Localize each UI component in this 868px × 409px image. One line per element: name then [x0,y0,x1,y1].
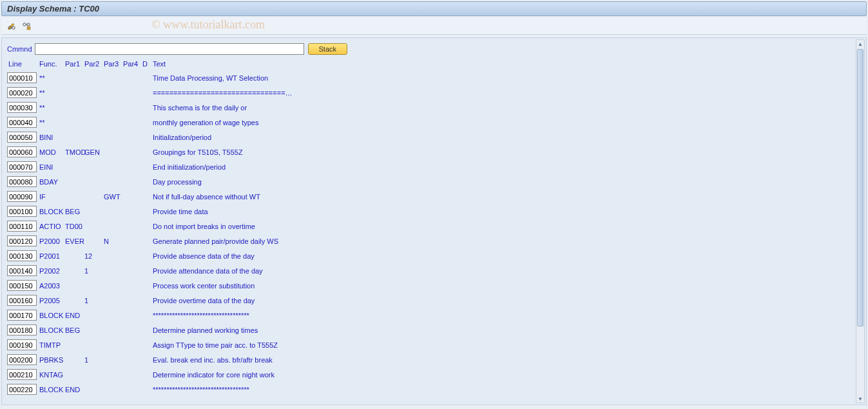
command-input[interactable] [35,43,304,55]
table-row: IFGWTNot if full-day absence without WT [7,189,851,204]
table-row: BLOCKBEGProvide time data [7,204,851,219]
cell-text: Determine planned working times [151,326,258,334]
table-row: BLOCKEND********************************… [7,382,851,397]
table-row: P2000EVERNGenerate planned pair/provide … [7,234,851,248]
cell-func: BDAY [39,178,65,186]
cell-text: ================================… [151,89,293,97]
table-row: **monthly generation of wage types [7,115,851,130]
cell-text: Determine indicator for core night work [151,371,275,379]
cell-par1: BEG [65,208,84,215]
header-par2: Par2 [84,60,104,68]
table-row: MODTMODGENGroupings for T510S, T555Z [7,145,851,159]
line-number-input[interactable] [7,265,37,276]
column-headers: Line Func. Par1 Par2 Par3 Par4 D Text [7,59,851,70]
cell-func: P2001 [39,252,65,260]
cell-func: BLOCK [39,208,65,215]
vertical-scrollbar[interactable]: ▲ ▼ [856,39,865,403]
display-change-icon[interactable] [6,21,17,31]
header-func: Func. [39,60,65,68]
line-number-input[interactable] [7,221,37,232]
cell-func: ** [39,74,65,82]
cell-text: Assign TType to time pair acc. to T555Z [151,341,278,349]
line-number-input[interactable] [7,354,37,365]
cell-func: P2000 [39,237,65,245]
scroll-down-icon[interactable]: ▼ [857,395,863,402]
table-row: BLOCKBEGDetermine planned working times [7,323,851,337]
cell-par1: END [65,386,84,394]
main-content: Cmmnd Stack Line Func. Par1 Par2 Par3 Pa… [1,37,867,405]
cell-text: This schema is for the daily or [151,104,247,112]
cell-text: Initialization/period [151,134,211,141]
cell-func: BLOCK [39,312,65,319]
line-number-input[interactable] [7,339,37,350]
scroll-up-icon[interactable]: ▲ [857,41,863,47]
cell-text: monthly generation of wage types [151,119,259,126]
line-number-input[interactable] [7,72,37,83]
window-title: Display Schema : TC00 [1,1,867,16]
scroll-content: Cmmnd Stack Line Func. Par1 Par2 Par3 Pa… [2,38,856,404]
glasses-lock-icon[interactable] [21,21,32,31]
svg-rect-6 [27,27,30,30]
table-row: **================================… [7,85,851,100]
cell-text: Time Data Processing, WT Selection [151,74,268,82]
command-row: Cmmnd Stack [7,43,851,55]
line-number-input[interactable] [7,117,37,128]
cell-text: Provide time data [151,208,208,215]
cell-par3: GWT [104,193,123,201]
cell-func: BLOCK [39,386,65,394]
cell-text: Eval. break end inc. abs. bfr/aftr break [151,356,273,364]
cell-text: Process work center substitution [151,282,255,290]
table-row: P200112Provide absence data of the day [7,248,851,263]
cell-func: IF [39,193,65,201]
title-text: Display Schema : TC00 [7,4,99,14]
line-number-input[interactable] [7,161,37,172]
cell-text: Provide attendance data of the day [151,267,263,275]
header-par3: Par3 [104,60,123,68]
line-number-input[interactable] [7,384,37,395]
line-number-input[interactable] [7,102,37,113]
stack-button[interactable]: Stack [308,43,348,55]
line-number-input[interactable] [7,250,37,261]
cell-par1: END [65,312,84,319]
cell-func: PBRKS [39,356,65,364]
line-number-input[interactable] [7,280,37,291]
cell-func: ACTIO [39,223,65,230]
svg-point-0 [12,26,15,29]
cell-func: BLOCK [39,326,65,334]
cell-par1: EVER [65,237,84,245]
cell-func: KNTAG [39,371,65,379]
scroll-thumb[interactable] [857,49,863,326]
cell-par2: GEN [84,148,104,156]
table-row: KNTAGDetermine indicator for core night … [7,367,851,382]
line-number-input[interactable] [7,132,37,143]
line-number-input[interactable] [7,235,37,246]
table-row: P20051Provide overtime data of the day [7,293,851,308]
line-number-input[interactable] [7,176,37,187]
table-row: PBRKS1Eval. break end inc. abs. bfr/aftr… [7,352,851,367]
cell-text: Do not import breaks in overtime [151,223,255,230]
line-number-input[interactable] [7,206,37,217]
line-number-input[interactable] [7,310,37,321]
cell-text: Day processing [151,178,202,186]
cell-text: Not if full-day absence without WT [151,193,260,201]
table-row: BINIInitialization/period [7,130,851,145]
command-label: Cmmnd [7,45,32,53]
line-number-input[interactable] [7,146,37,157]
cell-par2: 1 [84,356,104,364]
cell-text: Provide absence data of the day [151,252,255,260]
cell-text: Groupings for T510S, T555Z [151,148,243,156]
table-row: BDAYDay processing [7,174,851,189]
line-number-input[interactable] [7,369,37,380]
cell-par2: 1 [84,297,104,304]
line-number-input[interactable] [7,87,37,98]
cell-text: Generate planned pair/provide daily WS [151,237,278,245]
header-line: Line [7,60,39,68]
cell-text: End initialization/period [151,163,226,171]
line-number-input[interactable] [7,191,37,202]
line-number-input[interactable] [7,295,37,306]
line-number-input[interactable] [7,324,37,335]
cell-func: EINI [39,163,65,171]
header-par1: Par1 [65,60,84,68]
table-row: P20021Provide attendance data of the day [7,263,851,278]
toolbar [1,17,867,35]
